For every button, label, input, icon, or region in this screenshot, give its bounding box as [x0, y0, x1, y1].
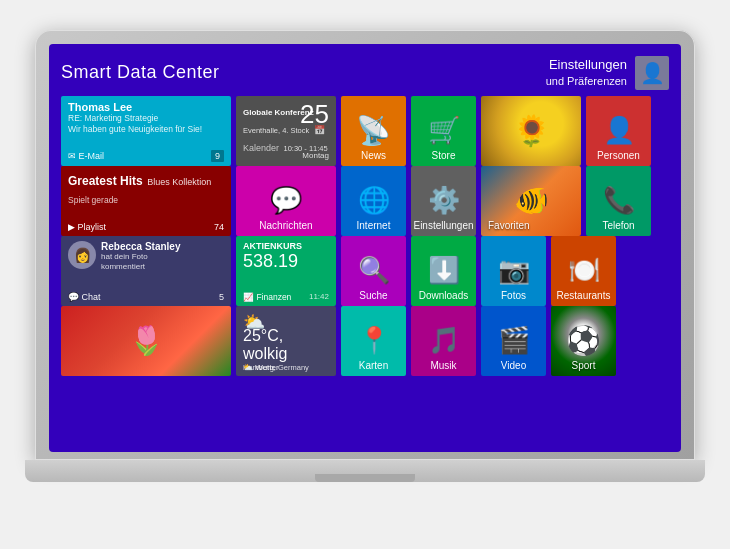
musik-icon: 🎵 [428, 325, 460, 356]
wetter-label-icon: ⛅ Wetter [243, 363, 279, 372]
tile-downloads[interactable]: ⬇️ Downloads [411, 236, 476, 306]
weather-cloud-icon: ⛅ [243, 311, 265, 333]
einstellungen-tile-label: Einstellungen [411, 220, 476, 231]
sunflower-image: 🌻 [481, 96, 581, 166]
app-title: Smart Data Center [61, 62, 220, 83]
telefon-label: Telefon [586, 220, 651, 231]
tile-musik[interactable]: 🎵 Musik [411, 306, 476, 376]
rebecca-name: Rebecca Stanley [101, 241, 224, 252]
rebecca-line2: kommentiert [101, 262, 224, 272]
settings-label: Einstellungen [546, 57, 627, 74]
aktienkurs-label: AKTIENKURS [243, 241, 329, 251]
tile-restaurants[interactable]: 🍽️ Restaurants [551, 236, 616, 306]
video-label: Video [481, 360, 546, 371]
thomas-line2: Wir haben gute Neuigkeiten für Sie! [68, 124, 224, 135]
calendar-date: 25 [300, 101, 329, 127]
calendar-label: Kalender [243, 143, 279, 153]
tile-nachrichten[interactable]: 💬 Nachrichten [236, 166, 336, 236]
email-icon: ✉ E-Mail [68, 151, 104, 161]
greatest-badge: 74 [214, 222, 224, 232]
tile-internet[interactable]: 🌐 Internet [341, 166, 406, 236]
tile-personen[interactable]: 👤 Personen [586, 96, 651, 166]
favoriten-label: Favoriten [488, 220, 577, 231]
restaurants-label: Restaurants [551, 290, 616, 301]
telefon-icon: 📞 [603, 185, 635, 216]
thomas-name: Thomas Lee [68, 101, 224, 113]
tile-video[interactable]: 🎬 Video [481, 306, 546, 376]
tile-einstellungen[interactable]: ⚙️ Einstellungen [411, 166, 476, 236]
store-label: Store [411, 150, 476, 161]
tile-rebecca[interactable]: 👩 Rebecca Stanley hat dein Foto kommenti… [61, 236, 231, 306]
thomas-line1: RE: Marketing Strategie [68, 113, 224, 124]
personen-label: Personen [586, 150, 651, 161]
karten-icon: 📍 [358, 325, 390, 356]
greatest-title: Greatest Hits [68, 174, 143, 188]
internet-label: Internet [341, 220, 406, 231]
karten-label: Karten [341, 360, 406, 371]
rebecca-avatar: 👩 [68, 241, 96, 269]
tile-row-4: 🌷 ⛅ 25°C, wolkig Hamburg, Germany ⛅ Wett… [61, 306, 669, 376]
tile-row-2: Greatest Hits Blues Kollektion Spielt ge… [61, 166, 669, 236]
tile-calendar[interactable]: Globale Konferenz Eventhalle, 4. Stock 📅… [236, 96, 336, 166]
calendar-day: Montag [302, 151, 329, 160]
thomas-badge: 9 [211, 150, 224, 162]
downloads-icon: ⬇️ [428, 255, 460, 286]
personen-icon: 👤 [603, 115, 635, 146]
tile-wetter[interactable]: ⛅ 25°C, wolkig Hamburg, Germany ⛅ Wetter [236, 306, 336, 376]
tile-greatest-hits[interactable]: Greatest Hits Blues Kollektion Spielt ge… [61, 166, 231, 236]
fotos-icon: 📷 [498, 255, 530, 286]
rebecca-line1: hat dein Foto [101, 252, 224, 262]
tile-suche[interactable]: 🔍 Suche [341, 236, 406, 306]
store-cart-icon: 🛒 [428, 115, 460, 146]
settings-area[interactable]: Einstellungen und Präferenzen 👤 [546, 56, 669, 90]
rss-icon: 📡 [356, 114, 391, 147]
screen-frame: Smart Data Center Einstellungen und Präf… [35, 30, 695, 460]
tile-sport[interactable]: ⚽ Sport [551, 306, 616, 376]
tile-thomas-lee[interactable]: Thomas Lee RE: Marketing Strategie Wir h… [61, 96, 231, 166]
settings-sub: und Präferenzen [546, 75, 627, 87]
flowers-image: 🌷 [61, 306, 231, 376]
aktienkurs-time: 11:42 [309, 292, 329, 301]
tile-photo-sunflower[interactable]: 🌻 [481, 96, 581, 166]
aktienkurs-value: 538.19 [243, 251, 329, 273]
greatest-sub2: Spielt gerade [68, 195, 118, 205]
downloads-label: Downloads [411, 290, 476, 301]
sport-label: Sport [551, 360, 616, 371]
finanzen-icon: 📈 Finanzen [243, 292, 291, 302]
news-label: News [341, 150, 406, 161]
greatest-sub1: Blues Kollektion [147, 177, 211, 187]
tile-telefon[interactable]: 📞 Telefon [586, 166, 651, 236]
internet-icon: 🌐 [358, 185, 390, 216]
play-icon: ▶ Playlist [68, 222, 106, 232]
musik-label: Musik [411, 360, 476, 371]
tile-fotos[interactable]: 📷 Fotos [481, 236, 546, 306]
tile-row-1: Thomas Lee RE: Marketing Strategie Wir h… [61, 96, 669, 166]
nachrichten-icon: 💬 [270, 185, 302, 216]
suche-icon: 🔍 [358, 255, 390, 286]
avatar: 👤 [635, 56, 669, 90]
laptop-base [25, 460, 705, 482]
header-bar: Smart Data Center Einstellungen und Präf… [61, 52, 669, 96]
tile-store[interactable]: 🛒 Store [411, 96, 476, 166]
nachrichten-label: Nachrichten [236, 220, 336, 231]
rebecca-badge: 5 [219, 292, 224, 302]
suche-label: Suche [341, 290, 406, 301]
einstellungen-gear-icon: ⚙️ [428, 185, 460, 216]
laptop-frame: Smart Data Center Einstellungen und Präf… [25, 30, 705, 520]
fotos-label: Fotos [481, 290, 546, 301]
tile-row-3: 👩 Rebecca Stanley hat dein Foto kommenti… [61, 236, 669, 306]
screen: Smart Data Center Einstellungen und Präf… [49, 44, 681, 452]
tile-favoriten[interactable]: 🐠 Favoriten [481, 166, 581, 236]
video-icon: 🎬 [498, 325, 530, 356]
chat-icon: 💬 Chat [68, 292, 101, 302]
tile-photo-flowers[interactable]: 🌷 [61, 306, 231, 376]
tile-karten[interactable]: 📍 Karten [341, 306, 406, 376]
tile-news[interactable]: 📡 News [341, 96, 406, 166]
restaurants-icon: 🍽️ [568, 255, 600, 286]
tile-aktienkurs[interactable]: AKTIENKURS 538.19 📈 Finanzen 11:42 [236, 236, 336, 306]
